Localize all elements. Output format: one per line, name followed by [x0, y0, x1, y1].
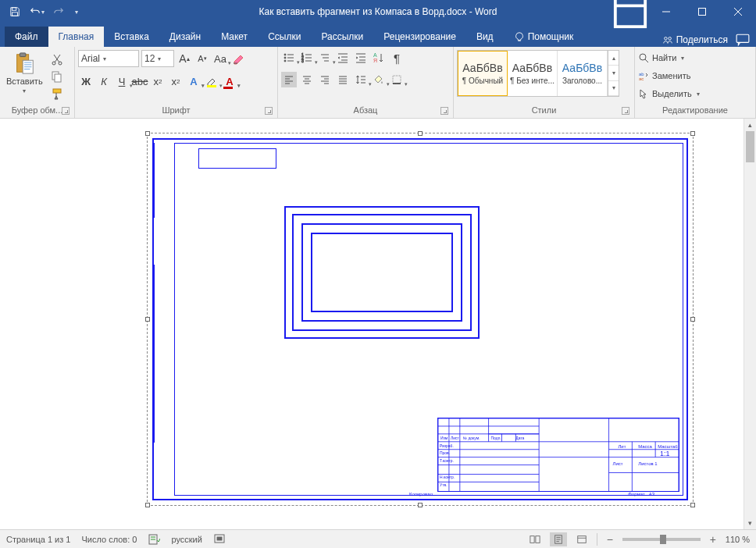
view-web-button[interactable] — [573, 532, 590, 546]
tab-home[interactable]: Главная — [48, 27, 105, 47]
paragraph-dialog-launcher[interactable] — [440, 107, 448, 115]
redo-button[interactable] — [48, 2, 69, 22]
document-area[interactable]: Лит Масса Масштаб 1:1 Лист Листов 1 № до… — [0, 119, 744, 529]
numbering-button[interactable]: 123▾ — [299, 50, 315, 66]
resize-handle[interactable] — [690, 317, 695, 322]
status-language[interactable]: русский — [171, 535, 201, 544]
resize-handle[interactable] — [145, 317, 150, 322]
sort-button[interactable]: AЯ — [371, 50, 387, 66]
decrease-indent-button[interactable] — [335, 50, 351, 66]
replace-button[interactable]: abacЗаменить — [638, 68, 700, 84]
zoom-out-button[interactable]: − — [604, 533, 616, 546]
tab-mailings[interactable]: Рассылки — [311, 27, 373, 47]
align-center-button[interactable] — [299, 72, 315, 87]
style-heading1[interactable]: АаБбВв Заголово... — [558, 51, 608, 96]
zoom-level[interactable]: 110 % — [726, 535, 750, 544]
subscript-button[interactable]: x2 — [150, 73, 166, 89]
minimize-button[interactable] — [648, 0, 684, 23]
grow-font-button[interactable]: A▴ — [177, 51, 192, 66]
resize-handle[interactable] — [418, 503, 423, 507]
tab-design[interactable]: Дизайн — [159, 27, 211, 47]
scroll-down-button[interactable]: ▾ — [744, 517, 756, 529]
clipboard-dialog-launcher[interactable] — [62, 107, 70, 115]
maximize-button[interactable] — [684, 0, 720, 23]
zoom-slider[interactable] — [622, 538, 701, 541]
font-family-combo[interactable]: Arial▾ — [78, 50, 139, 67]
select-button[interactable]: Выделить▾ — [638, 86, 700, 101]
drawing-side-stamp — [154, 143, 174, 496]
scroll-up-button[interactable]: ▴ — [744, 119, 756, 131]
bullets-button[interactable]: ▾ — [281, 50, 297, 66]
font-size-combo[interactable]: 12▾ — [141, 50, 174, 67]
view-read-button[interactable] — [526, 532, 544, 546]
tab-references[interactable]: Ссылки — [258, 27, 311, 47]
embedded-drawing: Лит Масса Масштаб 1:1 Лист Листов 1 № до… — [152, 138, 688, 500]
status-words[interactable]: Число слов: 0 — [81, 535, 137, 544]
format-painter-button[interactable] — [49, 86, 65, 101]
status-proofing-icon[interactable] — [148, 532, 160, 546]
line-spacing-button[interactable]: ▾ — [353, 72, 369, 87]
svg-text:Лист: Лист — [451, 436, 459, 440]
style-no-spacing[interactable]: АаБбВв ¶ Без инте... — [508, 51, 558, 96]
paste-button[interactable]: Вставить ▾ — [3, 50, 46, 96]
highlight-button[interactable]: ▾ — [204, 73, 219, 89]
underline-button[interactable]: Ч▾ — [114, 73, 130, 89]
svg-text:Разраб.: Разраб. — [440, 444, 454, 448]
share-button[interactable]: Поделиться — [662, 34, 728, 45]
align-left-button[interactable] — [281, 72, 297, 87]
cut-button[interactable] — [49, 52, 65, 67]
styles-expand[interactable]: ▾ — [608, 81, 619, 96]
bold-button[interactable]: Ж — [78, 73, 94, 89]
clear-formatting-button[interactable] — [230, 51, 246, 66]
styles-scroll-up[interactable]: ▴ — [608, 51, 619, 66]
justify-button[interactable] — [335, 72, 351, 87]
align-right-button[interactable] — [317, 72, 333, 87]
zoom-in-button[interactable]: + — [707, 533, 719, 546]
save-button[interactable] — [5, 2, 25, 22]
resize-handle[interactable] — [145, 503, 150, 507]
resize-handle[interactable] — [690, 131, 695, 136]
group-editing: Найти▾ abacЗаменить Выделить▾ Редактиров… — [635, 47, 756, 118]
change-case-button[interactable]: Aa▾ — [212, 51, 228, 66]
tab-file[interactable]: Файл — [5, 27, 48, 47]
font-dialog-launcher[interactable] — [265, 107, 273, 115]
resize-handle[interactable] — [145, 131, 150, 136]
resize-handle[interactable] — [418, 131, 423, 136]
tab-review[interactable]: Рецензирование — [373, 27, 466, 47]
style-normal[interactable]: АаБбВв ¶ Обычный — [458, 51, 508, 96]
resize-handle[interactable] — [690, 503, 695, 507]
qat-customize-button[interactable]: ▾ — [70, 2, 81, 22]
vertical-scrollbar[interactable]: ▴ ▾ — [744, 119, 756, 529]
view-print-button[interactable] — [550, 532, 567, 546]
text-effects-button[interactable]: A▾ — [186, 73, 201, 89]
find-button[interactable]: Найти▾ — [638, 50, 700, 66]
tab-insert[interactable]: Вставка — [104, 27, 159, 47]
close-button[interactable] — [720, 0, 756, 23]
scroll-thumb[interactable] — [746, 131, 754, 162]
copy-button[interactable] — [49, 69, 65, 84]
superscript-button[interactable]: x2 — [168, 73, 184, 89]
shrink-font-button[interactable]: A▾ — [194, 51, 210, 66]
font-color-button[interactable]: A▾ — [222, 73, 237, 89]
status-macro-icon[interactable] — [213, 532, 226, 546]
comments-icon[interactable] — [736, 33, 750, 47]
styles-gallery[interactable]: АаБбВв ¶ Обычный АаБбВв ¶ Без инте... Аа… — [457, 50, 619, 97]
strike-button[interactable]: abc — [132, 73, 148, 89]
shading-button[interactable]: ▾ — [371, 72, 387, 87]
tab-view[interactable]: Вид — [466, 27, 504, 47]
styles-scroll-down[interactable]: ▾ — [608, 66, 619, 80]
italic-button[interactable]: К — [96, 73, 112, 89]
tab-layout[interactable]: Макет — [211, 27, 258, 47]
undo-button[interactable]: ▾ — [27, 2, 47, 22]
status-page[interactable]: Страница 1 из 1 — [6, 535, 70, 544]
tell-me-input[interactable]: Помощник — [504, 27, 584, 47]
increase-indent-button[interactable] — [353, 50, 369, 66]
styles-dialog-launcher[interactable] — [622, 107, 629, 115]
show-marks-button[interactable]: ¶ — [389, 50, 405, 66]
multilevel-button[interactable]: ▾ — [317, 50, 333, 66]
ribbon-display-button[interactable] — [612, 0, 648, 23]
borders-button[interactable]: ▾ — [389, 72, 405, 87]
svg-rect-47 — [217, 537, 222, 540]
selected-object[interactable]: Лит Масса Масштаб 1:1 Лист Листов 1 № до… — [147, 133, 694, 506]
svg-text:Дата: Дата — [515, 436, 524, 440]
